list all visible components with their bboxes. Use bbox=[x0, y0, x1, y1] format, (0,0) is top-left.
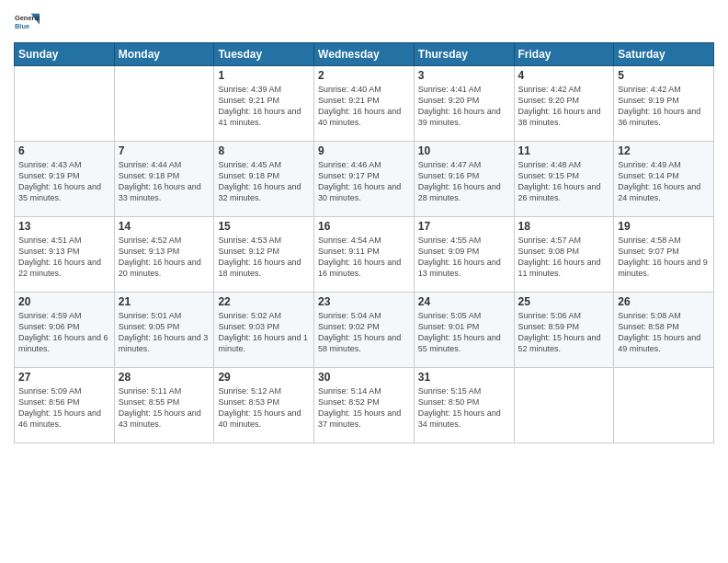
calendar-cell: 25Sunrise: 5:06 AM Sunset: 8:59 PM Dayli… bbox=[514, 293, 614, 368]
calendar-cell: 26Sunrise: 5:08 AM Sunset: 8:58 PM Dayli… bbox=[614, 293, 714, 368]
day-info: Sunrise: 4:52 AM Sunset: 9:13 PM Dayligh… bbox=[119, 235, 210, 280]
day-number: 5 bbox=[618, 69, 710, 82]
day-info: Sunrise: 4:43 AM Sunset: 9:19 PM Dayligh… bbox=[18, 159, 110, 204]
logo: General Blue bbox=[14, 9, 43, 35]
day-info: Sunrise: 4:55 AM Sunset: 9:09 PM Dayligh… bbox=[418, 235, 510, 280]
calendar-cell: 3Sunrise: 4:41 AM Sunset: 9:20 PM Daylig… bbox=[414, 66, 514, 142]
day-number: 23 bbox=[318, 295, 410, 308]
calendar-cell: 12Sunrise: 4:49 AM Sunset: 9:14 PM Dayli… bbox=[614, 142, 714, 217]
day-info: Sunrise: 4:59 AM Sunset: 9:06 PM Dayligh… bbox=[18, 310, 110, 355]
day-header-sunday: Sunday bbox=[15, 43, 115, 66]
day-number: 7 bbox=[119, 144, 210, 157]
day-info: Sunrise: 5:08 AM Sunset: 8:58 PM Dayligh… bbox=[618, 310, 710, 355]
calendar-cell: 5Sunrise: 4:42 AM Sunset: 9:19 PM Daylig… bbox=[614, 66, 714, 142]
calendar-cell: 2Sunrise: 4:40 AM Sunset: 9:21 PM Daylig… bbox=[314, 66, 415, 142]
day-info: Sunrise: 5:04 AM Sunset: 9:02 PM Dayligh… bbox=[318, 310, 410, 355]
day-number: 14 bbox=[119, 220, 210, 233]
day-info: Sunrise: 4:53 AM Sunset: 9:12 PM Dayligh… bbox=[218, 235, 310, 280]
calendar-cell bbox=[614, 368, 714, 443]
calendar-cell: 21Sunrise: 5:01 AM Sunset: 9:05 PM Dayli… bbox=[114, 293, 214, 368]
day-number: 24 bbox=[418, 295, 510, 308]
day-info: Sunrise: 4:47 AM Sunset: 9:16 PM Dayligh… bbox=[418, 159, 510, 204]
calendar-cell: 9Sunrise: 4:46 AM Sunset: 9:17 PM Daylig… bbox=[314, 142, 415, 217]
calendar-cell: 13Sunrise: 4:51 AM Sunset: 9:13 PM Dayli… bbox=[15, 217, 115, 293]
day-info: Sunrise: 4:54 AM Sunset: 9:11 PM Dayligh… bbox=[318, 235, 410, 280]
day-number: 11 bbox=[518, 144, 610, 157]
day-header-monday: Monday bbox=[114, 43, 214, 66]
day-info: Sunrise: 5:01 AM Sunset: 9:05 PM Dayligh… bbox=[119, 310, 210, 355]
calendar-cell: 16Sunrise: 4:54 AM Sunset: 9:11 PM Dayli… bbox=[314, 217, 415, 293]
calendar-cell: 28Sunrise: 5:11 AM Sunset: 8:55 PM Dayli… bbox=[114, 368, 214, 443]
calendar-cell: 8Sunrise: 4:45 AM Sunset: 9:18 PM Daylig… bbox=[214, 142, 314, 217]
day-number: 9 bbox=[318, 144, 410, 157]
calendar-cell: 24Sunrise: 5:05 AM Sunset: 9:01 PM Dayli… bbox=[414, 293, 514, 368]
calendar-cell: 30Sunrise: 5:14 AM Sunset: 8:52 PM Dayli… bbox=[314, 368, 415, 443]
day-number: 22 bbox=[218, 295, 310, 308]
calendar-cell: 4Sunrise: 4:42 AM Sunset: 9:20 PM Daylig… bbox=[514, 66, 614, 142]
day-number: 16 bbox=[318, 220, 410, 233]
calendar-cell: 27Sunrise: 5:09 AM Sunset: 8:56 PM Dayli… bbox=[15, 368, 115, 443]
header: General Blue bbox=[14, 9, 714, 35]
day-info: Sunrise: 4:39 AM Sunset: 9:21 PM Dayligh… bbox=[218, 84, 310, 129]
logo-icon: General Blue bbox=[14, 9, 40, 35]
calendar-cell: 22Sunrise: 5:02 AM Sunset: 9:03 PM Dayli… bbox=[214, 293, 314, 368]
calendar-week-1: 1Sunrise: 4:39 AM Sunset: 9:21 PM Daylig… bbox=[15, 66, 714, 142]
day-number: 25 bbox=[518, 295, 610, 308]
day-header-thursday: Thursday bbox=[414, 43, 514, 66]
calendar-cell: 6Sunrise: 4:43 AM Sunset: 9:19 PM Daylig… bbox=[15, 142, 115, 217]
calendar-cell: 31Sunrise: 5:15 AM Sunset: 8:50 PM Dayli… bbox=[414, 368, 514, 443]
day-number: 3 bbox=[418, 69, 510, 82]
day-number: 27 bbox=[18, 371, 110, 384]
day-info: Sunrise: 4:51 AM Sunset: 9:13 PM Dayligh… bbox=[18, 235, 110, 280]
day-info: Sunrise: 4:40 AM Sunset: 9:21 PM Dayligh… bbox=[318, 84, 410, 129]
day-number: 2 bbox=[318, 69, 410, 82]
day-number: 17 bbox=[418, 220, 510, 233]
calendar-cell: 17Sunrise: 4:55 AM Sunset: 9:09 PM Dayli… bbox=[414, 217, 514, 293]
day-number: 29 bbox=[218, 371, 310, 384]
day-info: Sunrise: 4:49 AM Sunset: 9:14 PM Dayligh… bbox=[618, 159, 710, 204]
day-header-friday: Friday bbox=[514, 43, 614, 66]
day-info: Sunrise: 5:12 AM Sunset: 8:53 PM Dayligh… bbox=[218, 385, 310, 431]
page: General Blue SundayMondayTuesdayWednesda… bbox=[0, 0, 728, 563]
day-header-saturday: Saturday bbox=[614, 43, 714, 66]
day-header-tuesday: Tuesday bbox=[214, 43, 314, 66]
day-number: 8 bbox=[218, 144, 310, 157]
day-info: Sunrise: 4:58 AM Sunset: 9:07 PM Dayligh… bbox=[618, 235, 710, 280]
day-number: 30 bbox=[318, 371, 410, 384]
day-info: Sunrise: 4:44 AM Sunset: 9:18 PM Dayligh… bbox=[119, 159, 210, 204]
calendar-cell: 11Sunrise: 4:48 AM Sunset: 9:15 PM Dayli… bbox=[514, 142, 614, 217]
calendar-week-3: 13Sunrise: 4:51 AM Sunset: 9:13 PM Dayli… bbox=[15, 217, 714, 293]
day-info: Sunrise: 5:02 AM Sunset: 9:03 PM Dayligh… bbox=[218, 310, 310, 355]
day-header-wednesday: Wednesday bbox=[314, 43, 415, 66]
day-number: 12 bbox=[618, 144, 710, 157]
day-number: 20 bbox=[18, 295, 110, 308]
day-info: Sunrise: 5:05 AM Sunset: 9:01 PM Dayligh… bbox=[418, 310, 510, 355]
day-number: 13 bbox=[18, 220, 110, 233]
day-info: Sunrise: 4:45 AM Sunset: 9:18 PM Dayligh… bbox=[218, 159, 310, 204]
calendar-header-row: SundayMondayTuesdayWednesdayThursdayFrid… bbox=[15, 43, 714, 66]
calendar-cell bbox=[114, 66, 214, 142]
day-info: Sunrise: 5:11 AM Sunset: 8:55 PM Dayligh… bbox=[119, 385, 210, 431]
calendar-cell: 20Sunrise: 4:59 AM Sunset: 9:06 PM Dayli… bbox=[15, 293, 115, 368]
calendar-week-2: 6Sunrise: 4:43 AM Sunset: 9:19 PM Daylig… bbox=[15, 142, 714, 217]
calendar-cell: 18Sunrise: 4:57 AM Sunset: 9:08 PM Dayli… bbox=[514, 217, 614, 293]
day-number: 4 bbox=[518, 69, 610, 82]
calendar-cell: 10Sunrise: 4:47 AM Sunset: 9:16 PM Dayli… bbox=[414, 142, 514, 217]
calendar-week-4: 20Sunrise: 4:59 AM Sunset: 9:06 PM Dayli… bbox=[15, 293, 714, 368]
day-info: Sunrise: 4:46 AM Sunset: 9:17 PM Dayligh… bbox=[318, 159, 410, 204]
day-info: Sunrise: 4:48 AM Sunset: 9:15 PM Dayligh… bbox=[518, 159, 610, 204]
day-info: Sunrise: 4:41 AM Sunset: 9:20 PM Dayligh… bbox=[418, 84, 510, 129]
day-info: Sunrise: 5:14 AM Sunset: 8:52 PM Dayligh… bbox=[318, 385, 410, 431]
day-number: 26 bbox=[618, 295, 710, 308]
day-number: 28 bbox=[119, 371, 210, 384]
day-number: 1 bbox=[218, 69, 310, 82]
calendar-cell bbox=[15, 66, 115, 142]
svg-text:Blue: Blue bbox=[15, 22, 29, 30]
day-number: 18 bbox=[518, 220, 610, 233]
calendar-cell: 7Sunrise: 4:44 AM Sunset: 9:18 PM Daylig… bbox=[114, 142, 214, 217]
calendar-cell: 14Sunrise: 4:52 AM Sunset: 9:13 PM Dayli… bbox=[114, 217, 214, 293]
day-number: 15 bbox=[218, 220, 310, 233]
day-number: 6 bbox=[18, 144, 110, 157]
day-info: Sunrise: 4:42 AM Sunset: 9:20 PM Dayligh… bbox=[518, 84, 610, 129]
day-info: Sunrise: 5:15 AM Sunset: 8:50 PM Dayligh… bbox=[418, 385, 510, 431]
